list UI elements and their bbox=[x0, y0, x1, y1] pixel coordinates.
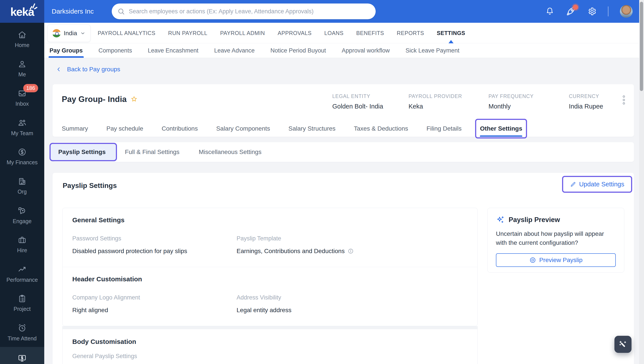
search-input[interactable] bbox=[129, 8, 370, 15]
company-name: Darksiders Inc bbox=[52, 0, 94, 23]
preview-payslip-button[interactable]: Preview Payslip bbox=[496, 253, 616, 267]
whats-new-rocket-icon[interactable] bbox=[566, 6, 576, 16]
ai-sparkle-icon bbox=[496, 216, 505, 224]
section-heading: Payslip Settings bbox=[63, 182, 117, 190]
tab-salary-structures[interactable]: Salary Structures bbox=[289, 120, 336, 137]
card-gap bbox=[62, 326, 478, 329]
keka-logo[interactable]: keka bbox=[0, 0, 44, 23]
nav-payroll-analytics[interactable]: PAYROLL ANALYTICS bbox=[98, 30, 155, 36]
sidebar-item-project[interactable]: Project bbox=[0, 288, 44, 318]
sidebar-item-engage[interactable]: Engage bbox=[0, 200, 44, 230]
subnav-leave-encashment[interactable]: Leave Encashment bbox=[148, 43, 198, 58]
other-settings-subtabs: Payslip Settings Full & Final Settings M… bbox=[53, 142, 634, 162]
region-selector[interactable]: India bbox=[47, 24, 90, 42]
notifications-bell-icon[interactable] bbox=[545, 7, 554, 16]
back-to-pay-groups-link[interactable]: Back to Pay groups bbox=[56, 66, 120, 73]
main-content: Back to Pay groups Pay Group- India LEGA… bbox=[44, 58, 644, 364]
sidebar-item-org[interactable]: Org bbox=[0, 171, 44, 200]
magic-wand-button[interactable] bbox=[614, 336, 631, 353]
general-settings-section: General Settings Password Settings Disab… bbox=[63, 208, 477, 267]
sidebar-item-inbox[interactable]: 186 Inbox bbox=[0, 83, 44, 112]
subnav-components[interactable]: Components bbox=[99, 43, 132, 58]
pay-group-header-card: Pay Group- India LEGAL ENTITY Golden Bol… bbox=[53, 84, 634, 137]
subnav-pay-groups[interactable]: Pay Groups bbox=[50, 43, 83, 58]
sidebar-item-hire[interactable]: Hire bbox=[0, 230, 44, 259]
scrollbar-thumb[interactable] bbox=[640, 2, 643, 91]
field-address-visibility: Address Visibility Legal entity address bbox=[237, 294, 468, 314]
performance-icon bbox=[17, 264, 27, 274]
chevron-down-icon bbox=[80, 30, 85, 36]
nav-approvals[interactable]: APPROVALS bbox=[278, 30, 312, 36]
meta-currency: CURRENCY India Rupee bbox=[569, 94, 603, 110]
meta-pay-frequency: PAY FREQUENCY Monthly bbox=[489, 94, 534, 110]
engage-icon bbox=[17, 206, 27, 216]
settings-gear-icon[interactable] bbox=[587, 7, 596, 16]
payslip-preview-card: Payslip Preview Uncertain about how pays… bbox=[487, 208, 624, 272]
settings-column: General Settings Password Settings Disab… bbox=[62, 208, 478, 364]
org-icon bbox=[18, 177, 27, 186]
tab-contributions[interactable]: Contributions bbox=[162, 120, 198, 137]
user-avatar[interactable] bbox=[620, 5, 632, 18]
subnav-sick-leave-payment[interactable]: Sick Leave Payment bbox=[405, 43, 459, 58]
global-search[interactable] bbox=[112, 4, 376, 19]
topbar-divider bbox=[608, 6, 608, 16]
logo-spark-icon bbox=[29, 2, 38, 10]
sidebar-item-performance[interactable]: Performance bbox=[0, 259, 44, 288]
module-nav: India PAYROLL ANALYTICS RUN PAYROLL PAYR… bbox=[44, 23, 644, 43]
subtab-payslip-settings[interactable]: Payslip Settings bbox=[58, 148, 106, 156]
time-attend-icon bbox=[17, 323, 27, 333]
subnav-notice-period-buyout[interactable]: Notice Period Buyout bbox=[270, 43, 326, 58]
kebab-menu-icon[interactable] bbox=[619, 94, 628, 106]
search-icon bbox=[117, 8, 125, 15]
nav-payroll-admin[interactable]: PAYROLL ADMIN bbox=[220, 30, 265, 36]
pay-group-tabs: Summary Pay schedule Contributions Salar… bbox=[62, 120, 629, 137]
sidebar-item-payroll[interactable] bbox=[0, 347, 44, 364]
magic-wand-icon bbox=[618, 339, 628, 349]
field-payslip-template: Payslip Template Earnings, Contributions… bbox=[237, 235, 468, 254]
nav-reports[interactable]: REPORTS bbox=[397, 30, 424, 36]
my-finances-icon bbox=[18, 148, 27, 156]
hire-icon bbox=[18, 236, 27, 244]
info-icon[interactable] bbox=[348, 248, 354, 254]
pencil-icon bbox=[570, 181, 576, 188]
me-icon bbox=[18, 60, 27, 69]
my-team-icon bbox=[17, 118, 27, 128]
home-icon bbox=[18, 30, 27, 40]
preview-target-icon bbox=[529, 256, 536, 264]
general-and-header-card: General Settings Password Settings Disab… bbox=[62, 208, 478, 326]
update-settings-button[interactable]: Update Settings bbox=[562, 176, 632, 192]
meta-legal-entity: LEGAL ENTITY Golden Bolt- India bbox=[332, 94, 383, 110]
meta-payroll-provider: PAYROLL PROVIDER Keka bbox=[408, 94, 462, 110]
page-title: Pay Group- India bbox=[62, 95, 127, 104]
inbox-count-badge: 186 bbox=[23, 84, 38, 92]
tab-salary-components[interactable]: Salary Components bbox=[216, 120, 270, 137]
nav-benefits[interactable]: BENEFITS bbox=[356, 30, 384, 36]
sidebar-item-time-attend[interactable]: Time Attend bbox=[0, 318, 44, 347]
topbar: keka Darksiders Inc bbox=[0, 0, 644, 23]
sidebar-item-my-finances[interactable]: My Finances bbox=[0, 142, 44, 171]
nav-loans[interactable]: LOANS bbox=[324, 30, 344, 36]
sidebar-item-home[interactable]: Home bbox=[0, 24, 44, 54]
tab-filing-details[interactable]: Filing Details bbox=[426, 120, 462, 137]
rocket-badge-dot bbox=[573, 4, 578, 10]
tab-taxes-deductions[interactable]: Taxes & Deductions bbox=[354, 120, 408, 137]
sidebar-item-my-team[interactable]: My Team bbox=[0, 112, 44, 142]
field-company-logo-alignment: Company Logo Alignment Right aligned bbox=[72, 294, 237, 314]
active-nav-caret bbox=[448, 40, 454, 44]
subtab-full-final-settings[interactable]: Full & Final Settings bbox=[125, 148, 179, 156]
update-settings-wrap: Update Settings bbox=[562, 176, 632, 192]
tab-pay-schedule[interactable]: Pay schedule bbox=[106, 120, 143, 137]
favorite-star-icon[interactable] bbox=[130, 96, 138, 103]
tab-other-settings[interactable]: Other Settings bbox=[480, 120, 522, 137]
header-customisation-section: Header Customisation Company Logo Alignm… bbox=[63, 267, 477, 326]
tab-summary[interactable]: Summary bbox=[62, 120, 88, 137]
settings-subnav: Pay Groups Components Leave Encashment L… bbox=[44, 43, 644, 58]
nav-settings[interactable]: SETTINGS bbox=[437, 30, 465, 36]
subtab-miscellaneous-settings[interactable]: Miscellaneous Settings bbox=[199, 148, 261, 156]
page-scrollbar bbox=[639, 0, 644, 364]
subnav-approval-workflow[interactable]: Approval workflow bbox=[342, 43, 390, 58]
india-flag-icon bbox=[52, 29, 61, 38]
nav-run-payroll[interactable]: RUN PAYROLL bbox=[168, 30, 207, 36]
subnav-leave-advance[interactable]: Leave Advance bbox=[214, 43, 255, 58]
sidebar-item-me[interactable]: Me bbox=[0, 54, 44, 83]
